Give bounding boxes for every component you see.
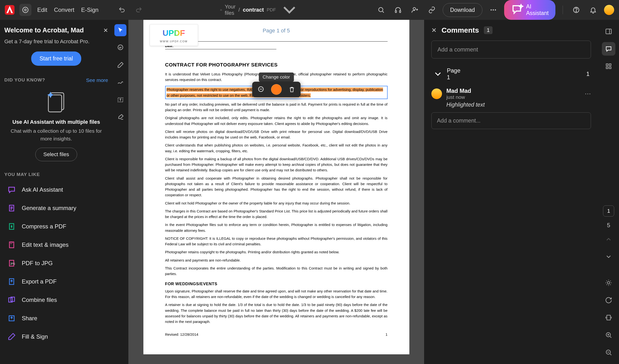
add-note-icon[interactable] — [255, 84, 266, 95]
sidebar-item-label: Ask AI Assistant — [22, 186, 63, 193]
rotate-icon[interactable] — [602, 294, 615, 307]
close-comments-icon[interactable]: ✕ — [431, 27, 437, 34]
comment-panel-icon[interactable] — [602, 42, 615, 56]
sidebar-item-chat[interactable]: Ask AI Assistant — [4, 181, 108, 199]
grid-view-icon[interactable] — [602, 59, 615, 73]
doc-para: This Contract incorporates the entire un… — [165, 266, 388, 277]
document-area[interactable]: Page 1 of 5 UPDF WWW.UPDF.COM Client: Da… — [128, 20, 424, 364]
share-icon — [7, 313, 16, 323]
redo-icon[interactable] — [133, 4, 145, 16]
download-button[interactable]: Download — [443, 3, 482, 17]
ai-card-desc: Chat with a collection of up to 10 files… — [4, 127, 108, 142]
svg-rect-3 — [395, 11, 396, 13]
sparkle-chat-icon — [511, 4, 524, 16]
welcome-title: Welcome to Acrobat, Mad — [4, 27, 84, 34]
draw-tool[interactable] — [114, 76, 127, 88]
menu-edit[interactable]: Edit — [36, 5, 48, 15]
sidebar-item-edit[interactable]: Edit text & images — [4, 236, 108, 254]
ai-card-title: Use AI Assistant with multiple files — [4, 119, 108, 125]
pdf-page: Page 1 of 5 UPDF WWW.UPDF.COM Client: Da… — [143, 20, 409, 354]
undo-icon[interactable] — [116, 4, 128, 16]
text-tool[interactable] — [114, 94, 127, 106]
doc-para: Upon signature, Photographer shall reser… — [165, 288, 388, 300]
sidebar-item-label: Share — [22, 315, 37, 322]
combine-icon — [7, 295, 16, 305]
svg-point-25 — [607, 281, 610, 284]
erase-tool[interactable] — [114, 111, 127, 123]
chevron-down-icon[interactable] — [279, 0, 300, 21]
close-welcome-icon[interactable]: ✕ — [103, 27, 108, 34]
color-swatch[interactable] — [271, 84, 282, 95]
sidebar-item-combine[interactable]: Combine files — [4, 291, 108, 309]
svg-point-1 — [24, 9, 26, 11]
more-icon[interactable] — [487, 4, 499, 16]
sidebar-item-share[interactable]: Share — [4, 309, 108, 327]
sidebar-item-label: Combine files — [22, 296, 57, 303]
change-color-tooltip: Change color — [259, 72, 294, 82]
sidebar-item-label: Compress a PDF — [22, 223, 66, 230]
headphones-icon[interactable] — [392, 4, 404, 16]
sign-icon — [7, 332, 16, 341]
sidebar-item-summary[interactable]: Generate a summary — [4, 199, 108, 217]
ai-card: Use AI Assistant with multiple files Cha… — [4, 88, 108, 161]
svg-rect-23 — [606, 67, 608, 69]
sidebar-item-label: Generate a summary — [22, 205, 76, 211]
breadcrumb-files[interactable]: Your files — [225, 4, 236, 16]
right-rail: 1 5 — [598, 20, 619, 364]
comment-card[interactable]: Mad Mad just now ⋯ Highlighted text Add … — [431, 87, 591, 129]
help-icon[interactable] — [570, 4, 582, 16]
avatar[interactable] — [604, 5, 614, 15]
current-page-input[interactable]: 1 — [603, 205, 614, 217]
home-icon[interactable] — [19, 4, 31, 16]
ai-assistant-button[interactable]: AI Assistant — [504, 0, 555, 20]
search-icon[interactable] — [375, 4, 387, 16]
svg-point-0 — [23, 7, 28, 13]
start-trial-button[interactable]: Start free trial — [31, 52, 81, 66]
comment-tool[interactable] — [114, 42, 127, 54]
page-up-icon[interactable] — [602, 233, 615, 246]
svg-text:JPG: JPG — [10, 262, 15, 265]
svg-point-10 — [576, 11, 577, 12]
edit-icon — [7, 240, 16, 250]
weddings-heading: FOR WEDDINGS/EVENTS — [165, 281, 388, 287]
delete-highlight-icon[interactable] — [286, 84, 297, 95]
export-icon — [7, 277, 16, 286]
doc-para: A retainer is due at signing to hold the… — [165, 302, 388, 324]
topbar: Edit Convert E-Sign Your files / contrac… — [0, 0, 619, 20]
page-indicator: Page 1 of 5 — [263, 27, 290, 35]
menu-convert[interactable]: Convert — [53, 5, 75, 15]
breadcrumb-ext: PDF — [267, 7, 276, 13]
sidebar-item-compress[interactable]: Compress a PDF — [4, 217, 108, 236]
sidebar-item-export[interactable]: Export a PDF — [4, 272, 108, 291]
svg-rect-4 — [399, 11, 401, 13]
link-icon[interactable] — [426, 4, 438, 16]
bell-icon[interactable] — [587, 4, 599, 16]
divider — [563, 6, 563, 14]
fit-page-icon[interactable] — [602, 311, 615, 324]
svg-point-8 — [495, 9, 496, 11]
user-add-icon[interactable] — [409, 4, 421, 16]
comment-reply-input[interactable]: Add a comment... — [431, 112, 591, 129]
sidebar-item-sign[interactable]: Fill & Sign — [4, 327, 108, 346]
page-group-toggle[interactable]: Page 1 1 — [431, 67, 591, 81]
menu-esign[interactable]: E-Sign — [80, 5, 99, 15]
add-comment-input[interactable]: Add a comment — [431, 41, 591, 58]
sidebar-item-jpg[interactable]: JPGPDF to JPG — [4, 254, 108, 272]
total-pages: 5 — [607, 222, 610, 229]
highlight-tool[interactable] — [114, 59, 127, 71]
summary-icon — [7, 203, 16, 213]
svg-point-7 — [492, 9, 494, 11]
comment-more-icon[interactable]: ⋯ — [585, 90, 591, 98]
sidebar-item-label: Export a PDF — [22, 278, 56, 285]
breadcrumb-filename: contract — [243, 7, 264, 13]
brightness-icon[interactable] — [602, 276, 615, 290]
select-files-button[interactable]: Select files — [35, 148, 77, 161]
zoom-in-icon[interactable] — [602, 328, 615, 342]
doc-para: No part of any order, including previews… — [165, 101, 388, 113]
panel-toggle-icon[interactable] — [602, 25, 615, 38]
see-more-link[interactable]: See more — [86, 77, 108, 83]
zoom-out-icon[interactable] — [602, 346, 615, 359]
page-down-icon[interactable] — [602, 250, 615, 264]
select-tool[interactable] — [114, 24, 127, 36]
sidebar-item-label: Edit text & images — [22, 241, 69, 248]
